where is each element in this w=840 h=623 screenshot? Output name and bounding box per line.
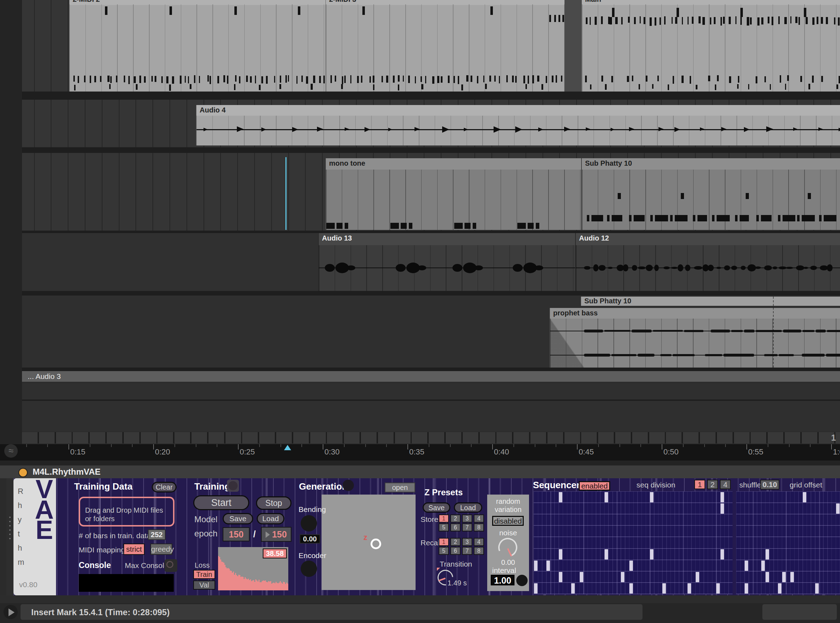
stop-button[interactable]: Stop	[256, 496, 291, 510]
seq-division-4[interactable]: 4	[720, 480, 731, 489]
scrub-cell[interactable]	[293, 432, 309, 443]
z-position-ring[interactable]	[370, 539, 381, 549]
scrub-cell[interactable]	[124, 432, 139, 443]
scrub-cell[interactable]	[700, 432, 716, 443]
seq-cell[interactable]	[765, 549, 769, 560]
track-lane-midi[interactable]: 2-MIDI 2 2-MIDI 3 Main	[0, 0, 840, 92]
seq-cell[interactable]	[803, 492, 806, 502]
clip-sub-phatty-10[interactable]: Sub Phatty 10	[581, 158, 840, 230]
model-load-button[interactable]: Load	[257, 513, 285, 524]
seq-cell[interactable]	[559, 492, 562, 502]
scrub-strip[interactable]	[0, 432, 840, 443]
scrub-cell[interactable]	[734, 432, 750, 443]
seq-cell[interactable]	[721, 492, 724, 502]
transition-value[interactable]: 1.49 s	[447, 579, 467, 587]
clip-2-midi-3[interactable]: 2-MIDI 3	[326, 0, 565, 92]
scrub-cell[interactable]	[802, 432, 817, 443]
seq-cell[interactable]	[782, 572, 786, 582]
preset-slot-5[interactable]: 5	[439, 547, 449, 555]
scrub-cell[interactable]	[649, 432, 665, 443]
z-save-button[interactable]: Save	[423, 502, 450, 513]
scrub-cell[interactable]	[480, 432, 495, 443]
scrub-cell[interactable]	[90, 432, 105, 443]
scrub-cell[interactable]	[548, 432, 563, 443]
scrub-cell[interactable]	[683, 432, 699, 443]
scrub-cell[interactable]	[717, 432, 733, 443]
seq-cell[interactable]	[696, 572, 699, 582]
clip-2-midi-2[interactable]: 2-MIDI 2	[69, 0, 326, 92]
seq-cell[interactable]	[790, 572, 794, 582]
clip-sub-phatty-10-low[interactable]: Sub Phatty 10	[581, 296, 840, 306]
midi-dropzone[interactable]: Drag and Drop MIDI files or folders	[79, 497, 174, 526]
seq-cell[interactable]	[761, 560, 765, 571]
scrub-cell[interactable]	[598, 432, 614, 443]
seq-cell[interactable]	[629, 560, 633, 571]
scrub-cell[interactable]	[73, 432, 88, 443]
scrub-cell[interactable]	[344, 432, 360, 443]
seq-cell[interactable]	[604, 492, 608, 502]
seq-cell[interactable]	[663, 583, 666, 594]
scrub-cell[interactable]	[565, 432, 580, 443]
scrub-cell[interactable]	[22, 432, 38, 443]
strict-button[interactable]: strict	[123, 543, 145, 555]
sequencer-enabled-toggle[interactable]: enabled	[579, 481, 610, 491]
preset-slot-2[interactable]: 2	[450, 514, 461, 523]
seq-cell[interactable]	[534, 583, 537, 594]
sequencer-grid-left[interactable]	[534, 491, 733, 594]
max-console-button[interactable]	[165, 559, 177, 572]
track-lane-audio4[interactable]: Audio 4	[0, 100, 840, 147]
scrub-cell[interactable]	[446, 432, 461, 443]
seq-cell[interactable]	[716, 583, 720, 594]
preset-slot-1[interactable]: 1	[439, 514, 449, 523]
seq-cell[interactable]	[765, 572, 769, 582]
time-ruler[interactable]: 0:150:200:250:300:350:400:450:500:551:00	[0, 444, 840, 460]
clip-audio-4[interactable]: Audio 4	[196, 105, 840, 146]
loss-value[interactable]: 38.58	[263, 548, 287, 559]
scrub-cell[interactable]	[276, 432, 292, 443]
seq-cell[interactable]	[778, 583, 782, 594]
status-field-secondary[interactable]	[762, 604, 837, 620]
track-lane-prophet[interactable]: Sub Phatty 10 prophet bass	[0, 296, 840, 368]
scrub-cell[interactable]	[378, 432, 393, 443]
sequencer-grid-right[interactable]	[736, 491, 840, 594]
empty-lane-1[interactable]	[0, 383, 840, 399]
scrub-cell[interactable]	[141, 432, 156, 443]
preset-slot-3[interactable]: 3	[462, 514, 472, 523]
scrub-cell[interactable]	[666, 432, 681, 443]
seq-cell[interactable]	[559, 572, 562, 582]
preset-slot-4[interactable]: 4	[474, 514, 484, 523]
clip-main[interactable]: Main	[581, 0, 840, 92]
seq-cell[interactable]	[629, 583, 633, 594]
open-button[interactable]: open	[385, 482, 415, 493]
preset-slot-7[interactable]: 7	[462, 547, 472, 555]
preset-slot-7[interactable]: 7	[462, 523, 472, 531]
scrub-cell[interactable]	[107, 432, 122, 443]
seq-cell[interactable]	[836, 503, 840, 514]
scrub-cell[interactable]	[496, 432, 512, 443]
clip-prophet-bass[interactable]: prophet bass	[549, 308, 840, 368]
interval-knob[interactable]	[516, 575, 528, 586]
seq-cell[interactable]	[621, 572, 624, 582]
play-button[interactable]	[3, 605, 18, 619]
epoch-current[interactable]: 150	[223, 527, 249, 542]
scrub-cell[interactable]	[259, 432, 275, 443]
seq-cell[interactable]	[650, 549, 653, 560]
empty-lane-2[interactable]	[0, 401, 840, 431]
scrub-cell[interactable]	[191, 432, 207, 443]
preset-slot-8[interactable]: 8	[474, 523, 484, 531]
scrub-cell[interactable]	[581, 432, 597, 443]
scrub-cell[interactable]	[174, 432, 190, 443]
seq-cell[interactable]	[580, 572, 583, 582]
greedy-button[interactable]: greedy	[150, 543, 172, 555]
scrub-cell[interactable]	[310, 432, 326, 443]
preset-slot-1[interactable]: 1	[439, 538, 449, 546]
follow-icon[interactable]: ≈	[4, 444, 18, 458]
z-xy-pad[interactable]: z	[321, 494, 416, 590]
clip-audio-13[interactable]: Audio 13	[318, 233, 575, 291]
epoch-total-stepper[interactable]: 150	[261, 527, 291, 542]
z-load-button[interactable]: Load	[454, 502, 482, 513]
scrub-cell[interactable]	[56, 432, 72, 443]
scrub-cell[interactable]	[751, 432, 766, 443]
seq-cell[interactable]	[571, 583, 575, 594]
preset-slot-6[interactable]: 6	[450, 547, 461, 555]
